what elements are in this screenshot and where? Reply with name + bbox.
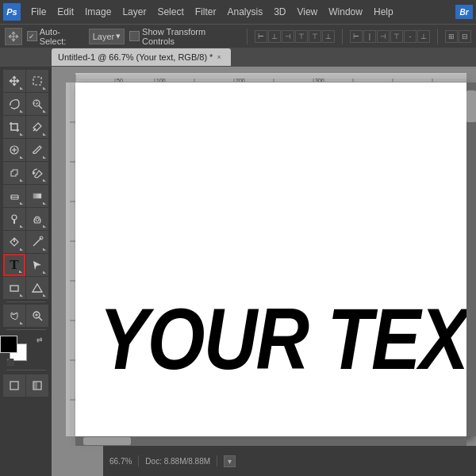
layer-dropdown[interactable]: Layer ▾ — [89, 29, 125, 44]
status-dropdown[interactable]: ▾ — [224, 455, 236, 467]
toolbox: T — [0, 67, 52, 476]
foreground-color-swatch[interactable] — [0, 336, 17, 353]
separator3 — [437, 29, 438, 44]
menu-help[interactable]: Help — [368, 5, 399, 19]
tool-pen2[interactable] — [26, 231, 48, 253]
transform-icons: ⊢ ⊥ ⊣ ⊤ ⊤ ⊥ — [255, 30, 335, 43]
tool-gradient[interactable] — [26, 185, 48, 207]
menu-window[interactable]: Window — [323, 5, 368, 19]
menu-3d[interactable]: 3D — [268, 5, 291, 19]
tool-rectangle[interactable] — [3, 277, 25, 299]
bridge-button[interactable]: Br — [455, 5, 473, 19]
ruler-left — [66, 83, 75, 436]
tool-path-select[interactable] — [26, 254, 48, 276]
menu-edit[interactable]: Edit — [52, 5, 79, 19]
scrollbar-horizontal[interactable] — [75, 436, 466, 446]
tool-spot-heal[interactable] — [3, 139, 25, 161]
document-tab[interactable]: Untitled-1 @ 66.7% (Your text, RGB/8) * … — [52, 48, 231, 66]
dist-left-icon[interactable]: ⊢ — [350, 30, 363, 43]
dist-center-icon[interactable]: | — [363, 30, 376, 43]
svg-rect-24 — [75, 75, 466, 83]
svg-rect-10 — [33, 194, 41, 198]
tool-crop[interactable] — [3, 116, 25, 138]
tool-dodge[interactable] — [3, 208, 25, 230]
menu-view[interactable]: View — [291, 5, 323, 19]
status-bar: 66.7% Doc: 8.88M/8.88M ▾ — [103, 446, 476, 476]
canvas-text-layer: YOUR TEX — [99, 288, 467, 389]
zoom-level: 66.7% — [109, 457, 132, 466]
default-colors-icon[interactable]: ⬛ — [6, 359, 14, 366]
tab-close-button[interactable]: × — [217, 53, 225, 61]
align-left-icon[interactable]: ⊢ — [255, 30, 267, 43]
menu-image[interactable]: Image — [79, 5, 117, 19]
tool-selection[interactable] — [26, 70, 48, 92]
svg-point-13 — [36, 218, 39, 221]
toolbox-separator3 — [6, 370, 46, 370]
tool-quick-select[interactable] — [26, 93, 48, 115]
toolbox-separator2 — [6, 329, 46, 330]
separator — [247, 29, 248, 44]
auto-select-label: Auto-Select: — [40, 27, 86, 46]
tool-eraser[interactable] — [3, 185, 25, 207]
align-center-icon[interactable]: ⊥ — [268, 30, 281, 43]
separator2 — [342, 29, 343, 44]
svg-line-18 — [39, 317, 42, 321]
svg-rect-23 — [33, 382, 37, 390]
auto-align-icon[interactable]: ⊞ — [445, 30, 458, 43]
distribute-icons: ⊢ | ⊣ ⊤ - ⊥ — [350, 30, 430, 43]
doc-size: Doc: 8.88M/8.88M — [145, 457, 210, 466]
auto-select-checkbox[interactable]: ✓ — [27, 31, 37, 41]
dist-bottom-icon[interactable]: ⊥ — [417, 30, 430, 43]
menu-layer[interactable]: Layer — [117, 5, 152, 19]
tab-bar: Untitled-1 @ 66.7% (Your text, RGB/8) * … — [0, 48, 476, 67]
svg-rect-21 — [10, 382, 18, 390]
align-vcenter-icon[interactable]: ⊤ — [309, 30, 321, 43]
edit-quick-mask[interactable] — [26, 374, 48, 397]
tool-pen[interactable] — [3, 231, 25, 253]
ruler-top: 50 100 200 300 — [75, 73, 466, 83]
auto-blend-icon[interactable]: ⊟ — [459, 30, 471, 43]
dist-vcenter-icon[interactable]: - — [404, 30, 416, 43]
show-transform-checkbox[interactable] — [129, 31, 140, 41]
tool-zoom[interactable] — [26, 305, 48, 327]
dist-top-icon[interactable]: ⊤ — [390, 30, 403, 43]
scrollbar-vertical[interactable] — [466, 83, 476, 436]
tab-title: Untitled-1 @ 66.7% (Your text, RGB/8) * — [58, 52, 213, 62]
dist-right-icon[interactable]: ⊣ — [377, 30, 390, 43]
align-top-icon[interactable]: ⊤ — [295, 30, 308, 43]
canvas-document[interactable]: YOUR TEX — [75, 83, 470, 436]
tool-lasso[interactable] — [3, 93, 25, 115]
tool-clone[interactable] — [3, 162, 25, 184]
svg-point-11 — [12, 215, 17, 220]
align-right-icon[interactable]: ⊣ — [282, 30, 294, 43]
tool-move[interactable] — [3, 70, 25, 92]
svg-line-1 — [39, 106, 42, 109]
show-transform-label: Show Transform Controls — [142, 27, 240, 46]
toolbox-separator — [6, 301, 46, 302]
tool-eyedropper[interactable] — [26, 116, 48, 138]
color-area: ⇄ ⬛ — [6, 336, 46, 367]
menu-select[interactable]: Select — [152, 5, 189, 19]
svg-line-4 — [33, 129, 36, 131]
edit-standard-mode[interactable] — [3, 374, 25, 397]
svg-rect-16 — [10, 286, 18, 291]
menu-file[interactable]: File — [25, 5, 52, 19]
menu-analysis[interactable]: Analysis — [221, 5, 268, 19]
tool-hand[interactable] — [3, 305, 25, 327]
tool-shape[interactable] — [26, 277, 48, 299]
workspace: T — [0, 67, 476, 476]
align-bottom-icon[interactable]: ⊥ — [322, 30, 335, 43]
options-bar: ✓ Auto-Select: Layer ▾ Show Transform Co… — [0, 24, 476, 48]
tool-burn[interactable] — [26, 208, 48, 230]
tool-options-icon — [5, 28, 22, 45]
tool-type[interactable]: T — [3, 254, 25, 276]
canvas-area: 50 100 200 300 — [52, 67, 476, 476]
tool-brush[interactable] — [26, 139, 48, 161]
menu-bar: Ps File Edit Image Layer Select Filter A… — [0, 0, 476, 24]
tool-history-brush[interactable] — [26, 162, 48, 184]
menu-filter[interactable]: Filter — [190, 5, 222, 19]
swap-colors-icon[interactable]: ⇄ — [36, 336, 43, 344]
app-logo: Ps — [3, 3, 21, 21]
